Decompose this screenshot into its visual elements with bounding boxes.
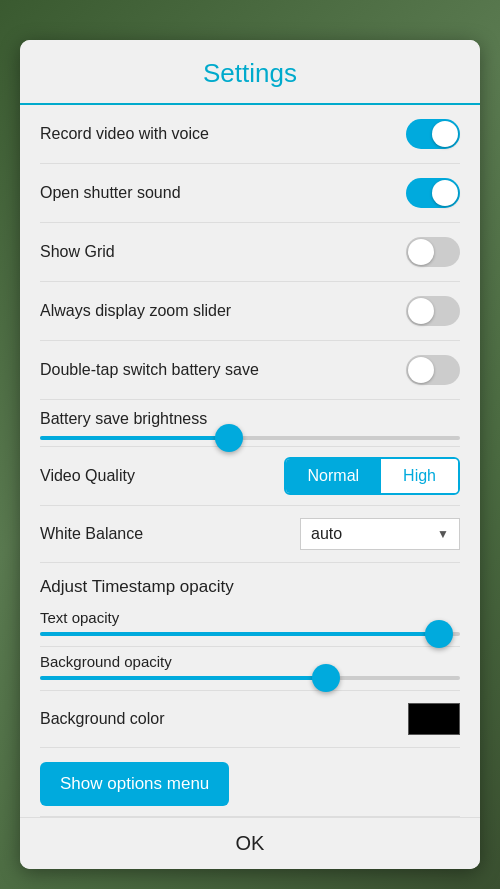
battery-brightness-section: Battery save brightness bbox=[40, 400, 460, 447]
options-btn-row: Show options menu bbox=[40, 748, 460, 817]
ok-button[interactable]: OK bbox=[236, 832, 265, 855]
show-grid-row: Show Grid bbox=[40, 223, 460, 282]
ok-row: OK bbox=[20, 817, 480, 869]
show-grid-label: Show Grid bbox=[40, 243, 115, 261]
battery-brightness-label: Battery save brightness bbox=[40, 410, 460, 428]
double-tap-label: Double-tap switch battery save bbox=[40, 361, 259, 379]
bg-opacity-row: Background opacity bbox=[40, 647, 460, 691]
show-options-menu-button[interactable]: Show options menu bbox=[40, 762, 229, 806]
always-display-row: Always display zoom slider bbox=[40, 282, 460, 341]
white-balance-value: auto bbox=[311, 525, 437, 543]
double-tap-toggle[interactable] bbox=[406, 355, 460, 385]
bg-color-row: Background color bbox=[40, 691, 460, 748]
open-shutter-toggle[interactable] bbox=[406, 178, 460, 208]
white-balance-label: White Balance bbox=[40, 525, 143, 543]
bg-opacity-thumb[interactable] bbox=[312, 664, 340, 692]
bg-opacity-track[interactable] bbox=[40, 676, 460, 680]
toggle-knob bbox=[432, 121, 458, 147]
battery-brightness-thumb[interactable] bbox=[215, 424, 243, 452]
text-opacity-label: Text opacity bbox=[40, 609, 460, 626]
text-opacity-thumb[interactable] bbox=[425, 620, 453, 648]
dialog-overlay: Settings Record video with voice Open sh… bbox=[0, 0, 500, 889]
dialog-title: Settings bbox=[20, 40, 480, 105]
quality-high-button[interactable]: High bbox=[381, 459, 458, 493]
always-display-label: Always display zoom slider bbox=[40, 302, 231, 320]
white-balance-row: White Balance auto ▼ bbox=[40, 506, 460, 563]
bg-opacity-fill bbox=[40, 676, 326, 680]
dropdown-arrow-icon: ▼ bbox=[437, 527, 449, 541]
timestamp-heading: Adjust Timestamp opacity bbox=[40, 563, 460, 603]
bg-opacity-label: Background opacity bbox=[40, 653, 460, 670]
toggle-knob-2 bbox=[432, 180, 458, 206]
video-quality-buttons: Normal High bbox=[284, 457, 460, 495]
bg-color-swatch[interactable] bbox=[408, 703, 460, 735]
always-display-toggle[interactable] bbox=[406, 296, 460, 326]
text-opacity-row: Text opacity bbox=[40, 603, 460, 647]
text-opacity-fill bbox=[40, 632, 439, 636]
text-opacity-track[interactable] bbox=[40, 632, 460, 636]
video-quality-label: Video Quality bbox=[40, 467, 135, 485]
video-quality-row: Video Quality Normal High bbox=[40, 447, 460, 506]
show-grid-toggle[interactable] bbox=[406, 237, 460, 267]
quality-normal-button[interactable]: Normal bbox=[286, 459, 382, 493]
white-balance-select[interactable]: auto ▼ bbox=[300, 518, 460, 550]
double-tap-row: Double-tap switch battery save bbox=[40, 341, 460, 400]
settings-dialog: Settings Record video with voice Open sh… bbox=[20, 40, 480, 869]
battery-brightness-track[interactable] bbox=[40, 436, 460, 440]
open-shutter-label: Open shutter sound bbox=[40, 184, 181, 202]
toggle-knob-5 bbox=[408, 357, 434, 383]
battery-brightness-fill bbox=[40, 436, 229, 440]
toggle-knob-3 bbox=[408, 239, 434, 265]
record-video-toggle[interactable] bbox=[406, 119, 460, 149]
open-shutter-row: Open shutter sound bbox=[40, 164, 460, 223]
settings-content: Record video with voice Open shutter sou… bbox=[20, 105, 480, 817]
bg-color-label: Background color bbox=[40, 710, 165, 728]
toggle-knob-4 bbox=[408, 298, 434, 324]
record-video-label: Record video with voice bbox=[40, 125, 209, 143]
record-video-row: Record video with voice bbox=[40, 105, 460, 164]
